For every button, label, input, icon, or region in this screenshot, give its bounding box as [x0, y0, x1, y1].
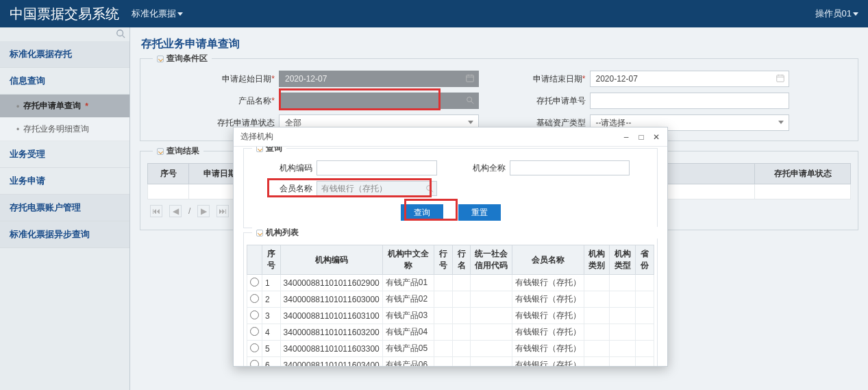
org-fullname-input[interactable] [510, 160, 630, 175]
sidebar-item-async-query[interactable]: 标准化票据异步查询 [0, 221, 129, 248]
sidebar-item-biz-accept[interactable]: 业务受理 [0, 141, 129, 168]
col-branch-name[interactable]: 行名 [452, 245, 471, 275]
user-menu[interactable]: 操作员01 [815, 8, 858, 20]
legend-label: 机构列表 [266, 227, 299, 239]
start-date-input[interactable]: 2020-12-07 [279, 71, 479, 87]
pager-first[interactable]: ⏮ [150, 205, 162, 217]
svg-point-0 [117, 29, 123, 36]
svg-line-13 [430, 190, 433, 193]
member-name-label: 会员名称 [271, 183, 312, 195]
table-row[interactable]: 4340000881101011603200有钱产品04有钱银行（存托） [247, 324, 654, 341]
org-code-label: 机构编码 [271, 162, 312, 174]
cell-idx: 2 [262, 291, 281, 308]
cell-code: 340000881101011603300 [280, 341, 382, 357]
collapse-icon [256, 230, 263, 236]
calendar-icon[interactable] [776, 73, 785, 83]
sidebar-item-label: 存托业务明细查询 [23, 123, 89, 135]
row-radio[interactable] [250, 360, 259, 367]
cell-cat [584, 357, 610, 367]
search-icon[interactable] [425, 184, 434, 193]
cell-type [610, 275, 636, 291]
sidebar-search-icon[interactable] [116, 29, 125, 40]
sidebar-item-depo-request-query[interactable]: 存托申请单查询* [0, 95, 129, 118]
col-branch-no[interactable]: 行号 [434, 245, 453, 275]
collapse-icon [256, 147, 263, 152]
top-menu-standard-bill[interactable]: 标准化票据 [132, 8, 183, 20]
table-row[interactable]: 1340000881101011602900有钱产品01有钱银行（存托） [247, 275, 654, 291]
cell-cn-name: 有钱产品01 [382, 275, 434, 291]
col-prov[interactable]: 省份 [636, 245, 654, 275]
col-cat[interactable]: 机构类别 [584, 245, 610, 275]
org-fullname-label: 机构全称 [464, 162, 506, 174]
sidebar-item-depository[interactable]: 标准化票据存托 [0, 41, 129, 68]
cell-branch-no [434, 324, 453, 341]
maximize-icon[interactable]: □ [636, 132, 647, 143]
depo-req-no-label: 存托申请单号 [536, 96, 586, 106]
col-cn-name[interactable]: 机构中文全称 [382, 245, 434, 275]
cell-idx: 5 [262, 341, 281, 357]
required-mark: * [271, 74, 275, 84]
cell-branch-name [452, 357, 471, 367]
row-radio[interactable] [250, 343, 259, 352]
results-legend[interactable]: 查询结果 [153, 145, 203, 157]
query-button[interactable]: 查询 [401, 204, 443, 221]
member-name-input[interactable] [317, 181, 437, 196]
cell-uscc [471, 324, 512, 341]
dialog-titlebar[interactable]: 选择机构 – □ ✕ [234, 127, 667, 147]
cell-branch-name [452, 275, 471, 291]
results-col-status[interactable]: 存托申请单状态 [755, 164, 851, 184]
col-member[interactable]: 会员名称 [512, 245, 584, 275]
cell-prov [636, 324, 654, 341]
results-col-idx[interactable]: 序号 [148, 164, 189, 184]
modal-search-legend[interactable]: 查询 [252, 147, 286, 154]
product-name-input[interactable] [279, 93, 479, 109]
modal-list-legend[interactable]: 机构列表 [252, 227, 665, 239]
sidebar-item-info-query[interactable]: 信息查询 [0, 68, 129, 95]
end-date-input[interactable]: 2020-12-07 [590, 71, 790, 87]
table-row[interactable]: 3340000881101011603100有钱产品03有钱银行（存托） [247, 308, 654, 324]
minimize-icon[interactable]: – [621, 132, 632, 143]
cell-prov [636, 341, 654, 357]
col-code[interactable]: 机构编码 [280, 245, 382, 275]
end-date-label: 申请结束日期 [533, 74, 582, 84]
pager-sep: / [188, 206, 190, 216]
row-radio[interactable] [250, 310, 259, 319]
col-type[interactable]: 机构类型 [610, 245, 636, 275]
legend-label: 查询条件区 [166, 53, 208, 64]
col-radio [247, 245, 262, 275]
table-row[interactable]: 5340000881101011603300有钱产品05有钱银行（存托） [247, 341, 654, 357]
cell-cn-name: 有钱产品03 [382, 308, 434, 324]
depo-req-no-input[interactable] [590, 93, 790, 109]
calendar-icon[interactable] [465, 73, 475, 83]
row-radio[interactable] [250, 327, 259, 336]
svg-rect-2 [466, 75, 473, 82]
cell-branch-name [452, 341, 471, 357]
query-conditions-legend[interactable]: 查询条件区 [153, 53, 212, 64]
cell-cat [584, 291, 610, 308]
cell-branch-name [452, 324, 471, 341]
pager-prev[interactable]: ◀ [169, 205, 182, 217]
search-icon[interactable] [465, 95, 475, 105]
cell-code: 340000881101011603400 [280, 357, 382, 367]
col-uscc[interactable]: 统一社会信用代码 [471, 245, 512, 275]
cell-member: 有钱银行（存托） [512, 291, 584, 308]
cell-member: 有钱银行（存托） [512, 324, 584, 341]
cell-uscc [471, 357, 512, 367]
org-code-input[interactable] [317, 160, 437, 175]
table-row[interactable]: 2340000881101011603000有钱产品02有钱银行（存托） [247, 291, 654, 308]
reset-button[interactable]: 重置 [458, 204, 501, 221]
cell-idx: 4 [262, 324, 281, 341]
sidebar-item-biz-apply[interactable]: 业务申请 [0, 168, 129, 195]
sidebar-item-depo-detail-query[interactable]: 存托业务明细查询 [0, 118, 129, 141]
sidebar-item-label: 存托申请单查询 [23, 100, 81, 112]
row-radio[interactable] [250, 294, 259, 303]
cell-uscc [471, 291, 512, 308]
sidebar-item-ebill-account[interactable]: 存托电票账户管理 [0, 195, 129, 221]
row-radio[interactable] [250, 278, 259, 287]
pager-last[interactable]: ⏭ [216, 205, 229, 217]
pager-next[interactable]: ▶ [197, 205, 210, 217]
close-icon[interactable]: ✕ [651, 132, 662, 143]
col-idx[interactable]: 序号 [262, 245, 281, 275]
table-row[interactable]: 6340000881101011603400有钱产品06有钱银行（存托） [247, 357, 654, 367]
svg-line-11 [471, 101, 473, 104]
